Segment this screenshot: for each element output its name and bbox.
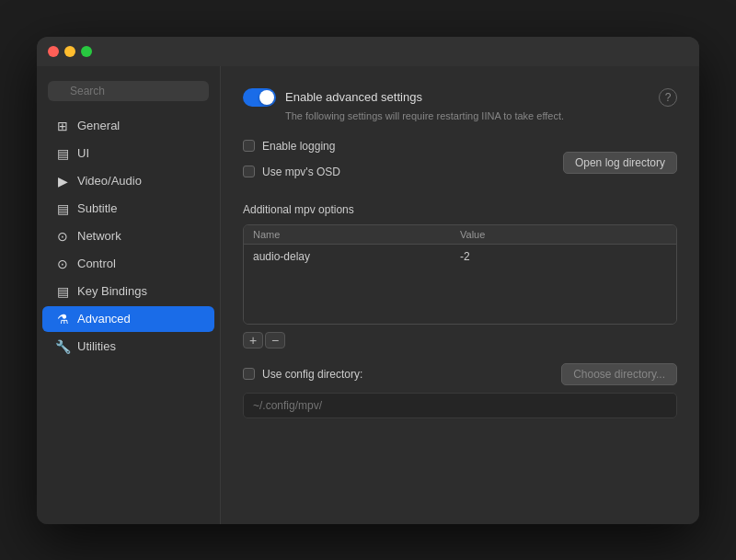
table-empty-area <box>244 269 676 324</box>
config-header-row: Use config directory: Choose directory..… <box>243 363 677 385</box>
table-cell-value: -2 <box>460 250 667 263</box>
mpv-table-header: Name Value <box>244 225 676 245</box>
sidebar-item-general[interactable]: ⊞ General <box>42 113 214 139</box>
settings-subtitle: The following settings will require rest… <box>285 110 677 121</box>
col-header-name: Name <box>253 229 460 240</box>
content-area: 🔍 ⊞ General ▤ UI ▶ Video/Audio ▤ Subtitl… <box>37 66 699 524</box>
remove-row-button[interactable]: − <box>265 332 285 349</box>
toggle-knob <box>259 90 274 105</box>
use-mpv-osd-row: Use mpv's OSD <box>243 166 340 178</box>
add-row-button[interactable]: + <box>243 332 263 349</box>
control-icon: ⊙ <box>55 257 70 271</box>
traffic-lights <box>48 46 92 57</box>
use-config-checkbox[interactable] <box>243 368 255 380</box>
sidebar-item-key-bindings[interactable]: ▤ Key Bindings <box>42 279 214 304</box>
config-path-input[interactable] <box>243 393 677 418</box>
sidebar-item-control[interactable]: ⊙ Control <box>42 251 214 277</box>
setting-header-left: Enable advanced settings <box>243 88 422 107</box>
search-container: 🔍 <box>37 74 220 112</box>
maximize-button[interactable] <box>81 46 92 57</box>
main-panel: Enable advanced settings ? The following… <box>221 66 699 524</box>
sidebar-item-label-general: General <box>77 119 120 132</box>
table-cell-name: audio-delay <box>253 250 460 263</box>
enable-logging-row: Enable logging <box>243 140 340 153</box>
video-audio-icon: ▶ <box>55 174 70 189</box>
titlebar <box>37 37 699 66</box>
table-row[interactable]: audio-delay -2 <box>244 245 676 269</box>
open-log-button[interactable]: Open log directory <box>563 152 677 174</box>
sidebar-item-label-advanced: Advanced <box>77 312 131 326</box>
help-button[interactable]: ? <box>659 88 677 107</box>
sidebar-item-utilities[interactable]: 🔧 Utilities <box>42 334 214 360</box>
sidebar: 🔍 ⊞ General ▤ UI ▶ Video/Audio ▤ Subtitl… <box>37 66 221 524</box>
sidebar-item-label-key-bindings: Key Bindings <box>77 284 147 298</box>
mpv-options-table: Name Value audio-delay -2 <box>243 224 677 325</box>
config-section: Use config directory: Choose directory..… <box>243 363 677 418</box>
close-button[interactable] <box>48 46 59 57</box>
advanced-icon: ⚗ <box>55 312 70 326</box>
ui-icon: ▤ <box>55 146 70 161</box>
setting-header: Enable advanced settings ? <box>243 88 677 107</box>
enable-logging-label: Enable logging <box>262 140 335 153</box>
config-left: Use config directory: <box>243 368 362 381</box>
utilities-icon: 🔧 <box>55 339 70 354</box>
main-window: 🔍 ⊞ General ▤ UI ▶ Video/Audio ▤ Subtitl… <box>37 37 699 524</box>
general-icon: ⊞ <box>55 119 70 133</box>
sidebar-item-label-control: Control <box>77 257 116 270</box>
choose-directory-button[interactable]: Choose directory... <box>561 363 677 385</box>
search-wrapper: 🔍 <box>48 81 209 101</box>
sidebar-item-label-subtitle: Subtitle <box>77 201 117 215</box>
sidebar-item-network[interactable]: ⊙ Network <box>42 223 214 249</box>
sidebar-item-video-audio[interactable]: ▶ Video/Audio <box>42 168 214 194</box>
additional-mpv-label: Additional mpv options <box>243 200 677 217</box>
sidebar-item-label-utilities: Utilities <box>77 339 116 353</box>
network-icon: ⊙ <box>55 229 70 244</box>
sidebar-item-advanced[interactable]: ⚗ Advanced <box>42 306 214 332</box>
use-mpv-osd-label: Use mpv's OSD <box>262 166 340 178</box>
subtitle-icon: ▤ <box>55 201 70 216</box>
sidebar-item-subtitle[interactable]: ▤ Subtitle <box>42 196 214 222</box>
col-header-value: Value <box>460 229 667 240</box>
key-bindings-icon: ▤ <box>55 284 70 299</box>
use-mpv-osd-checkbox[interactable] <box>243 166 255 177</box>
minimize-button[interactable] <box>64 46 75 57</box>
advanced-settings-toggle[interactable] <box>243 88 276 107</box>
sidebar-item-label-video-audio: Video/Audio <box>77 174 142 188</box>
logging-section-header: Enable logging Use mpv's OSD Open log di… <box>243 140 677 186</box>
use-config-label: Use config directory: <box>262 368 362 381</box>
sidebar-item-label-network: Network <box>77 229 121 243</box>
sidebar-item-label-ui: UI <box>77 146 89 160</box>
table-actions: + − <box>243 332 677 349</box>
search-input[interactable] <box>48 81 209 101</box>
mpv-options-section: Additional mpv options Name Value audio-… <box>243 200 677 349</box>
sidebar-item-ui[interactable]: ▤ UI <box>42 141 214 166</box>
advanced-settings-label: Enable advanced settings <box>285 90 422 104</box>
enable-logging-checkbox[interactable] <box>243 140 255 152</box>
